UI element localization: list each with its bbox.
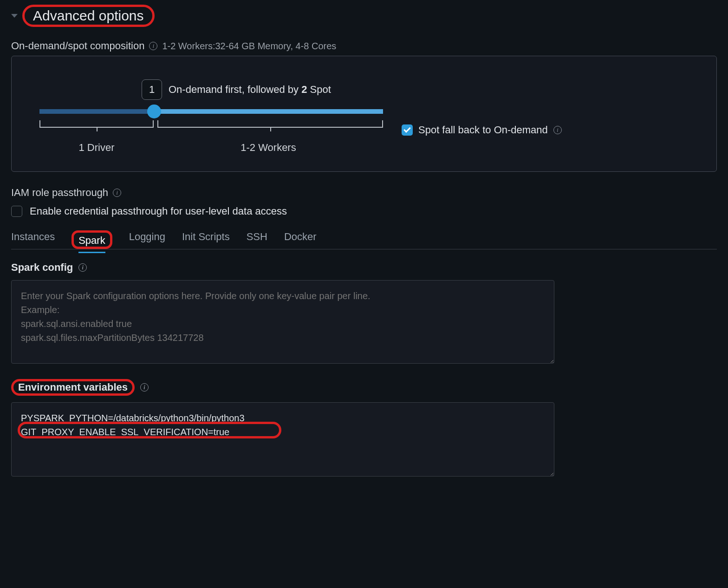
spot-fallback-checkbox[interactable]	[402, 124, 413, 136]
env-vars-textarea[interactable]	[11, 402, 554, 477]
slider-value-row: 1 On-demand first, followed by 2 Spot	[142, 79, 689, 100]
spark-config-heading: Spark config	[11, 261, 73, 274]
slider-thumb[interactable]	[147, 105, 161, 118]
spark-config-textarea[interactable]	[11, 280, 554, 364]
slider-track-spot	[153, 109, 383, 114]
iam-section: IAM role passthrough i Enable credential…	[11, 187, 717, 217]
spark-config-heading-row: Spark config i	[11, 261, 717, 274]
annotation-highlight: Spark	[72, 230, 112, 249]
composition-label: On-demand/spot composition	[11, 40, 144, 52]
slider-brackets	[39, 120, 383, 129]
iam-checkbox-label: Enable credential passthrough for user-l…	[30, 205, 287, 217]
composition-label-row: On-demand/spot composition i 1-2 Workers…	[11, 40, 717, 52]
bracket-driver-label: 1 Driver	[39, 142, 154, 154]
tab-init-scripts[interactable]: Init Scripts	[182, 231, 230, 248]
check-icon	[403, 125, 411, 133]
info-icon[interactable]: i	[113, 189, 121, 197]
env-vars-heading: Environment variables	[18, 381, 128, 393]
tab-ssh[interactable]: SSH	[247, 231, 267, 248]
slider-track-ondemand	[39, 109, 153, 114]
info-icon[interactable]: i	[149, 42, 157, 50]
tab-spark[interactable]: Spark	[78, 235, 105, 253]
info-icon[interactable]: i	[553, 126, 562, 134]
tab-logging[interactable]: Logging	[129, 231, 165, 248]
bracket-workers-label: 1-2 Workers	[154, 142, 383, 154]
info-icon[interactable]: i	[140, 383, 149, 392]
composition-slider-area: 1 Driver 1-2 Workers	[39, 106, 383, 154]
config-tabs: Instances Spark Logging Init Scripts SSH…	[11, 230, 717, 249]
spot-fallback-row: Spot fall back to On-demand i	[402, 124, 562, 136]
advanced-options-title: Advanced options	[33, 8, 144, 24]
annotation-highlight: Environment variables	[11, 379, 135, 396]
chevron-down-icon	[11, 14, 18, 18]
env-vars-heading-row: Environment variables i	[11, 379, 717, 396]
iam-passthrough-checkbox[interactable]	[11, 206, 22, 217]
iam-label: IAM role passthrough	[11, 187, 108, 199]
composition-slider[interactable]	[39, 106, 383, 116]
info-icon[interactable]: i	[78, 263, 87, 272]
slider-count: 1	[149, 84, 155, 96]
tab-docker[interactable]: Docker	[284, 231, 317, 248]
tab-instances[interactable]: Instances	[11, 231, 55, 248]
bracket-driver	[39, 120, 154, 128]
spot-fallback-label: Spot fall back to On-demand	[418, 124, 548, 136]
annotation-highlight: Advanced options	[22, 5, 155, 27]
composition-panel: 1 On-demand first, followed by 2 Spot 1 …	[11, 56, 717, 172]
slider-count-box[interactable]: 1	[142, 79, 162, 100]
advanced-options-header[interactable]: Advanced options	[11, 5, 717, 27]
slider-description: On-demand first, followed by 2 Spot	[169, 84, 331, 96]
composition-meta: 1-2 Workers:32-64 GB Memory, 4-8 Cores	[162, 41, 336, 52]
bracket-workers	[157, 120, 383, 128]
